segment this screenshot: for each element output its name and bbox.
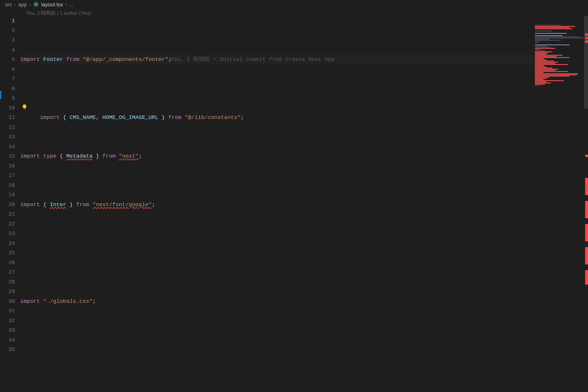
code-line[interactable]: import "./globals.css"; bbox=[20, 297, 588, 307]
error-marker[interactable] bbox=[585, 155, 588, 157]
line-number[interactable]: 29 bbox=[0, 287, 15, 297]
error-marker[interactable] bbox=[585, 37, 588, 39]
line-number[interactable]: 13 bbox=[0, 132, 15, 142]
error-marker[interactable] bbox=[585, 270, 588, 285]
svg-point-0 bbox=[35, 4, 36, 5]
line-number[interactable]: 19 bbox=[0, 190, 15, 200]
minimap[interactable] bbox=[535, 25, 584, 85]
line-number[interactable]: 16 bbox=[0, 161, 15, 171]
line-number[interactable]: 18 bbox=[0, 181, 15, 191]
lightbulb-icon[interactable] bbox=[21, 104, 28, 110]
line-number[interactable]: 11 bbox=[0, 113, 15, 123]
line-number[interactable]: 35 bbox=[0, 345, 15, 355]
code-line[interactable] bbox=[20, 248, 588, 258]
line-number[interactable]: 6 bbox=[0, 65, 15, 74]
line-number[interactable]: 31 bbox=[0, 306, 15, 316]
line-number[interactable]: 24 bbox=[0, 239, 15, 249]
line-number[interactable]: 23 bbox=[0, 229, 15, 239]
line-number[interactable]: 28 bbox=[0, 277, 15, 287]
overview-ruler[interactable] bbox=[584, 16, 588, 392]
line-number[interactable]: 34 bbox=[0, 335, 15, 345]
line-number[interactable]: 2 bbox=[0, 26, 15, 36]
code-line[interactable]: import { Inter } from "next/font/google"… bbox=[20, 200, 588, 210]
line-number[interactable]: 14 bbox=[0, 142, 15, 152]
gitlens-authors[interactable]: You, 2 時間前 | 1 author (You) bbox=[0, 9, 588, 16]
line-number[interactable]: 15 bbox=[0, 152, 15, 161]
breadcrumb: src › app › layout.tsx › ... bbox=[0, 0, 588, 9]
line-number[interactable]: 32 bbox=[0, 316, 15, 326]
error-marker[interactable] bbox=[585, 247, 588, 264]
code-line[interactable]: import { CMS_NAME, HOME_OG_IMAGE_URL } f… bbox=[20, 103, 588, 113]
chevron-right-icon: › bbox=[29, 2, 31, 7]
line-number[interactable]: 8 bbox=[0, 84, 15, 94]
code-area[interactable]: import Footer from "@/app/_components/fo… bbox=[20, 16, 588, 392]
code-line[interactable]: import type { Metadata } from "next"; bbox=[20, 152, 588, 161]
react-icon bbox=[33, 1, 39, 8]
gitlens-blame-inline[interactable]: You, 2 時間前 • Initial commit from Create … bbox=[170, 55, 335, 65]
error-marker[interactable] bbox=[585, 178, 588, 195]
line-number[interactable]: 20 bbox=[0, 200, 15, 210]
breadcrumb-segment[interactable]: src bbox=[5, 2, 12, 8]
line-number[interactable]: 1 bbox=[0, 16, 15, 26]
line-number[interactable]: 21 bbox=[0, 210, 15, 219]
code-line[interactable]: import Footer from "@/app/_components/fo… bbox=[20, 55, 588, 65]
code-line[interactable] bbox=[20, 345, 588, 355]
line-number-gutter: 1 2 3 4 5 6 7 8 9 10 11 12 13 14 15 16 1… bbox=[0, 16, 20, 392]
error-marker[interactable] bbox=[585, 224, 588, 241]
line-number[interactable]: 7 bbox=[0, 74, 15, 84]
line-number[interactable]: 17 bbox=[0, 171, 15, 181]
chevron-right-icon: › bbox=[65, 2, 67, 7]
error-marker[interactable] bbox=[585, 33, 588, 36]
error-marker[interactable] bbox=[585, 40, 588, 43]
line-number[interactable]: 27 bbox=[0, 268, 15, 277]
line-number[interactable]: 5 bbox=[0, 55, 15, 65]
line-number[interactable]: 22 bbox=[0, 219, 15, 229]
line-number[interactable]: 4 bbox=[0, 45, 15, 55]
line-number[interactable]: 10 bbox=[0, 103, 15, 113]
line-number[interactable]: 30 bbox=[0, 297, 15, 307]
breadcrumb-ellipsis[interactable]: ... bbox=[69, 2, 74, 8]
line-number[interactable]: 9 bbox=[0, 94, 15, 103]
scrollbar-thumb[interactable] bbox=[584, 16, 588, 109]
breadcrumb-filename[interactable]: layout.tsx bbox=[41, 2, 63, 8]
chevron-right-icon: › bbox=[14, 2, 16, 7]
line-number[interactable]: 3 bbox=[0, 36, 15, 45]
line-number[interactable]: 25 bbox=[0, 248, 15, 258]
line-number[interactable]: 26 bbox=[0, 258, 15, 268]
code-editor[interactable]: 1 2 3 4 5 6 7 8 9 10 11 12 13 14 15 16 1… bbox=[0, 16, 588, 392]
line-number[interactable]: 33 bbox=[0, 326, 15, 335]
error-marker[interactable] bbox=[585, 201, 588, 218]
line-number[interactable]: 12 bbox=[0, 123, 15, 132]
breadcrumb-segment[interactable]: app bbox=[18, 2, 27, 8]
